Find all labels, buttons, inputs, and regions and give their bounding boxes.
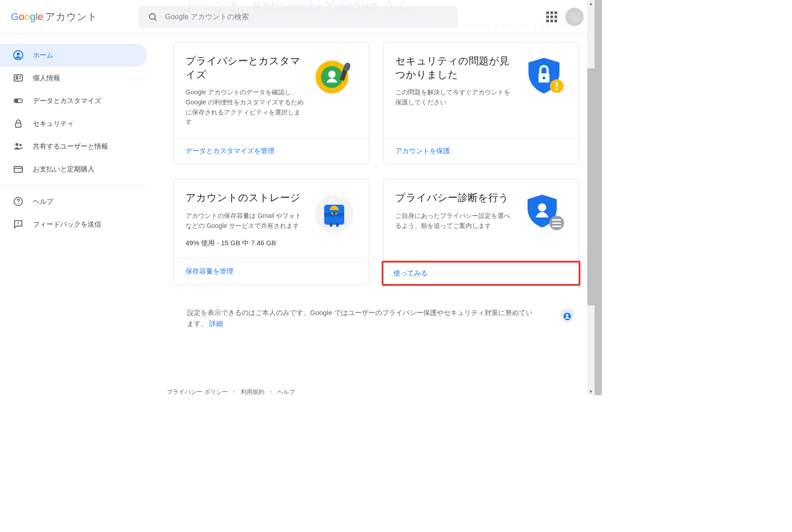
avatar[interactable] bbox=[565, 8, 584, 26]
search-box[interactable] bbox=[139, 6, 458, 28]
card-privacy-checkup: プライバシー診断を行う ご自身にあったプライバシー設定を選べるよう、順を追ってご… bbox=[383, 179, 579, 284]
sidebar-item-personal[interactable]: 個人情報 bbox=[0, 67, 147, 89]
sidebar-item-label: お支払いと定期購入 bbox=[33, 165, 94, 174]
search-input[interactable] bbox=[165, 13, 449, 21]
svg-point-0 bbox=[150, 13, 155, 19]
storage-usage: 49% 使用 - 15 GB 中 7.46 GB bbox=[186, 239, 304, 248]
sidebar-item-label: 個人情報 bbox=[33, 74, 60, 83]
svg-rect-27 bbox=[556, 82, 558, 87]
people-icon bbox=[13, 141, 24, 152]
card-title: プライバシー診断を行う bbox=[395, 191, 514, 205]
svg-point-18 bbox=[18, 225, 19, 226]
svg-point-9 bbox=[15, 99, 18, 102]
sidebar-item-feedback[interactable]: フィードバックを送信 bbox=[0, 213, 147, 236]
svg-point-5 bbox=[16, 76, 18, 78]
sidebar-item-label: ヘルプ bbox=[33, 197, 53, 206]
footnote-text: 設定を表示できるのはご本人のみです。Google ではユーザーのプライバシー保護… bbox=[187, 309, 533, 327]
sidebar-item-sharing[interactable]: 共有するユーザーと情報 bbox=[0, 135, 147, 158]
browser-scrollbar[interactable]: ▲ ▼ bbox=[587, 0, 595, 395]
card-desc: この問題を解決して今すぐアカウントを保護してください bbox=[395, 88, 514, 107]
storage-illustration-icon bbox=[311, 191, 357, 237]
svg-line-1 bbox=[155, 19, 156, 21]
footnote-details-link[interactable]: 詳細 bbox=[209, 320, 223, 327]
sidebar-item-payments[interactable]: お支払いと定期購入 bbox=[0, 158, 147, 181]
footnote-shield-icon bbox=[558, 307, 576, 327]
lock-icon bbox=[13, 118, 24, 129]
protect-account-link[interactable]: アカウントを保護 bbox=[395, 147, 450, 155]
card-storage: アカウントのストレージ アカウントの保存容量は Gmail やフォトなどの Go… bbox=[173, 179, 369, 284]
highlighted-action: 使ってみる bbox=[382, 261, 580, 286]
scroll-down-arrow-icon[interactable]: ▼ bbox=[589, 388, 593, 395]
sidebar-item-data[interactable]: データとカスタマイズ bbox=[0, 89, 147, 112]
apps-icon[interactable] bbox=[546, 11, 557, 22]
privacy-checkup-icon bbox=[521, 191, 567, 237]
svg-rect-13 bbox=[14, 166, 22, 172]
svg-point-25 bbox=[543, 77, 545, 79]
scrollbar-thumb[interactable] bbox=[587, 68, 595, 305]
account-label: アカウント bbox=[45, 10, 98, 24]
svg-point-28 bbox=[556, 88, 558, 90]
svg-point-21 bbox=[328, 71, 336, 78]
privacy-illustration-icon bbox=[311, 54, 357, 100]
card-title: プライバシーとカスタマイズ bbox=[186, 54, 304, 81]
scroll-up-arrow-icon[interactable]: ▲ bbox=[589, 0, 593, 7]
svg-point-37 bbox=[538, 203, 546, 212]
svg-point-11 bbox=[16, 143, 18, 146]
privacy-policy-link[interactable]: プライバシー ポリシー bbox=[167, 388, 228, 395]
sidebar-item-home[interactable]: ホーム bbox=[0, 44, 147, 67]
svg-rect-35 bbox=[330, 223, 332, 227]
toggle-icon bbox=[13, 95, 24, 106]
svg-rect-39 bbox=[552, 219, 561, 221]
app-header: Google アカウント bbox=[0, 0, 595, 34]
svg-rect-36 bbox=[336, 223, 339, 227]
svg-point-16 bbox=[18, 203, 19, 204]
card-privacy: プライバシーとカスタマイズ Google アカウントのデータを確認し、Googl… bbox=[173, 42, 369, 164]
svg-point-12 bbox=[19, 144, 21, 146]
svg-rect-40 bbox=[552, 222, 561, 224]
sidebar-item-help[interactable]: ヘルプ bbox=[0, 190, 147, 213]
help-link[interactable]: ヘルプ bbox=[277, 388, 295, 395]
search-icon bbox=[148, 12, 158, 22]
home-icon bbox=[13, 50, 24, 61]
help-icon bbox=[13, 196, 24, 207]
sidebar-item-security[interactable]: セキュリティ bbox=[0, 112, 147, 135]
main-content: プライバシーとカスタマイズ Google アカウントのデータを確認し、Googl… bbox=[150, 34, 595, 395]
manage-data-link[interactable]: データとカスタマイズを管理 bbox=[186, 147, 274, 155]
sidebar: ホーム 個人情報 データとカスタマイズ セキュリティ 共有するユーザーと情報 お… bbox=[0, 34, 150, 395]
id-card-icon bbox=[13, 72, 24, 83]
card-desc: アカウントの保存容量は Gmail やフォトなどの Google サービスで共有… bbox=[186, 211, 304, 231]
svg-rect-10 bbox=[16, 123, 21, 127]
feedback-icon bbox=[13, 219, 24, 230]
svg-point-3 bbox=[17, 52, 20, 55]
card-title: セキュリティの問題が見つかりました bbox=[395, 54, 514, 81]
card-desc: ご自身にあったプライバシー設定を選べるよう、順を追ってご案内します bbox=[395, 211, 514, 231]
svg-rect-4 bbox=[14, 75, 22, 81]
footnote: 設定を表示できるのはご本人のみです。Google ではユーザーのプライバシー保護… bbox=[173, 307, 581, 338]
card-security: セキュリティの問題が見つかりました この問題を解決して今すぐアカウントを保護して… bbox=[383, 42, 579, 164]
card-icon bbox=[13, 164, 24, 175]
sidebar-item-label: 共有するユーザーと情報 bbox=[33, 142, 108, 151]
sidebar-item-label: セキュリティ bbox=[33, 119, 74, 128]
manage-storage-link[interactable]: 保存容量を管理 bbox=[186, 267, 233, 275]
try-privacy-checkup-link[interactable]: 使ってみる bbox=[393, 269, 428, 277]
sidebar-item-label: ホーム bbox=[33, 51, 53, 60]
svg-point-34 bbox=[333, 212, 336, 215]
sidebar-item-label: データとカスタマイズ bbox=[33, 97, 101, 105]
security-shield-icon bbox=[521, 54, 567, 100]
footer-links: プライバシー ポリシー ・ 利用規約 ・ ヘルプ bbox=[167, 388, 295, 395]
terms-link[interactable]: 利用規約 bbox=[241, 388, 264, 395]
svg-point-43 bbox=[566, 314, 569, 317]
card-title: アカウントのストレージ bbox=[186, 191, 304, 205]
sidebar-item-label: フィードバックを送信 bbox=[33, 220, 101, 229]
google-logo[interactable]: Google アカウント bbox=[11, 10, 98, 24]
svg-rect-41 bbox=[552, 226, 561, 227]
card-desc: Google アカウントのデータを確認し、Google の利便性をカスタマイズす… bbox=[186, 88, 304, 127]
